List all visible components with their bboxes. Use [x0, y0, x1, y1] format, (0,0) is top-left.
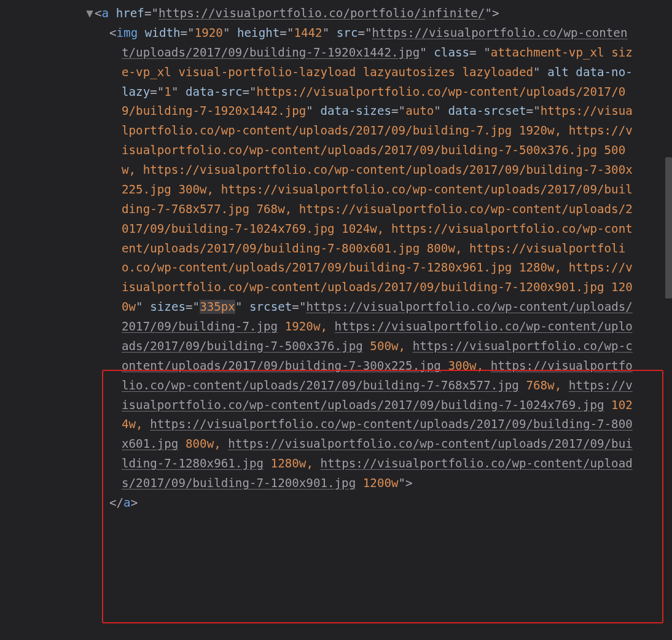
tag-img: img — [117, 26, 138, 40]
syntax-quote: " — [151, 6, 158, 20]
devtools-elements-panel[interactable]: ▼<a href="https://visualportfolio.co/por… — [0, 0, 672, 640]
attr-href: href — [116, 6, 144, 20]
href-value[interactable]: https://visualportfolio.co/portfolio/inf… — [158, 6, 485, 20]
attr-sizes: sizes — [150, 300, 186, 314]
syntax-eq: = — [144, 6, 152, 20]
srcset-width: 1920w — [285, 319, 321, 334]
attr-width: width — [145, 26, 181, 40]
syntax-quote: " — [485, 6, 492, 20]
attr-src: src — [337, 26, 358, 40]
val-data-no-lazy: 1 — [164, 85, 171, 99]
syntax-lt: < — [109, 26, 117, 40]
srcset-comma: , — [320, 319, 334, 334]
annotation-highlight-box — [102, 370, 663, 623]
dom-node-anchor-open[interactable]: ▼<a href="https://visualportfolio.co/por… — [0, 4, 672, 23]
srcset-comma: , — [399, 339, 413, 353]
expand-caret-icon[interactable]: ▼ — [85, 4, 95, 23]
val-src-part1[interactable]: https://visualportfolio.co/ — [372, 26, 564, 40]
syntax-gt: > — [492, 6, 499, 20]
val-data-srcset: https://visualportfolio.co/wp-content/up… — [122, 104, 633, 314]
attr-data-src: data-src — [186, 85, 242, 99]
syntax-lt: < — [95, 6, 102, 20]
vertical-scrollbar[interactable] — [663, 0, 672, 640]
val-data-sizes: auto — [405, 104, 434, 118]
attr-height: height — [237, 26, 279, 40]
attr-data-sizes: data-sizes — [320, 104, 391, 118]
attr-alt: alt — [547, 65, 569, 79]
scrollbar-thumb[interactable] — [665, 157, 672, 299]
val-class-2: lazyautosizes lazyloaded — [363, 65, 533, 79]
srcset-width: 500w — [370, 339, 398, 353]
tag-a: a — [102, 6, 109, 20]
val-sizes: 335px — [200, 300, 235, 314]
val-width: 1920 — [195, 26, 223, 40]
attr-srcset: srcset — [249, 300, 292, 314]
attr-class: class — [434, 45, 469, 60]
val-height: 1442 — [294, 26, 322, 40]
attr-data-srcset: data-srcset — [448, 104, 526, 118]
